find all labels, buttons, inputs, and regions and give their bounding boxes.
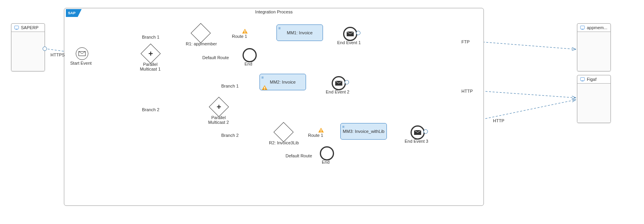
sap-logo-icon: SAP — [66, 9, 82, 17]
end-event-2[interactable] — [332, 76, 346, 90]
participant-header: SAPERP — [11, 24, 45, 32]
message-icon — [335, 81, 342, 86]
system-icon — [580, 25, 585, 30]
task-mm1-invoice[interactable]: ≡ MM1: Invoice — [276, 24, 323, 41]
edge-label-branch1: Branch 1 — [142, 35, 159, 39]
task-label: MM3: Invoice_withLib — [343, 129, 385, 134]
edge-label-http: HTTP — [493, 118, 504, 123]
end-event-r1-default[interactable] — [243, 48, 257, 62]
end-event-label: End Event 3 — [405, 139, 428, 144]
edge-label-route1: Route 1 — [232, 34, 247, 39]
task-label: MM2: Invoice — [270, 80, 295, 84]
warning-icon — [242, 29, 248, 34]
edge-label-branch2: Branch 2 — [221, 133, 239, 138]
start-event[interactable] — [76, 47, 88, 60]
task-handle-icon: ≡ — [278, 26, 281, 30]
system-icon — [14, 25, 19, 30]
end-event-1[interactable] — [343, 27, 357, 41]
svg-rect-7 — [581, 78, 585, 81]
edge-label-route1: Route 1 — [308, 133, 323, 138]
svg-rect-6 — [581, 29, 583, 30]
gateway-label: R2: Invoice3Lib — [269, 140, 299, 145]
svg-rect-17 — [245, 32, 245, 33]
task-mm3-invoice-withlib[interactable]: ≡ MM3: Invoice_withLib — [340, 123, 387, 140]
end-event-label: End Event 2 — [326, 90, 349, 94]
participant-header: Figaf — [577, 75, 610, 84]
message-icon — [78, 51, 86, 56]
edge-label-default: Default Route — [286, 153, 312, 158]
message-icon — [414, 130, 421, 135]
edge-label-branch2: Branch 2 — [142, 107, 159, 112]
edge-label-branch1: Branch 1 — [221, 84, 239, 88]
port — [424, 129, 428, 134]
edge-label-default: Default Route — [202, 55, 229, 60]
gateway-label: Parallel Multicast 1 — [134, 62, 166, 71]
end-label: End — [322, 160, 330, 164]
svg-rect-18 — [321, 129, 321, 131]
task-handle-icon: ≡ — [342, 125, 345, 129]
warning-icon — [262, 85, 267, 90]
message-icon — [347, 32, 354, 36]
task-handle-icon: ≡ — [261, 75, 264, 80]
svg-rect-16 — [245, 30, 245, 32]
port — [43, 47, 47, 51]
port — [356, 31, 360, 35]
svg-rect-4 — [15, 29, 17, 30]
pool-title: Integration Process — [64, 9, 483, 14]
pool-integration-process[interactable]: Integration Process SAP — [64, 8, 484, 206]
svg-rect-13 — [264, 89, 265, 90]
task-label: MM1: Invoice — [287, 30, 312, 35]
end-event-r2-default[interactable] — [320, 146, 334, 161]
warning-icon — [318, 128, 324, 133]
svg-rect-19 — [321, 131, 321, 132]
participant-header: appmem... — [577, 24, 610, 32]
end-label: End — [245, 62, 252, 66]
end-event-label: End Event 1 — [337, 40, 361, 45]
svg-text:SAP: SAP — [68, 11, 75, 15]
participant-label: appmem... — [587, 25, 607, 30]
gateway-label: Parallel Multicast 2 — [203, 115, 234, 125]
start-event-label: Start Event — [70, 61, 91, 65]
edge-label-https: HTTPS — [50, 52, 65, 57]
gateway-label: R1: appmember — [186, 41, 217, 46]
participant-label: SAPERP — [21, 25, 39, 30]
svg-rect-8 — [581, 81, 583, 81]
svg-rect-5 — [581, 26, 585, 29]
edge-label-ftp: FTP — [461, 39, 470, 44]
system-icon — [580, 77, 585, 82]
participant-saperp[interactable]: SAPERP — [11, 23, 45, 71]
edge-label-http: HTTP — [461, 89, 473, 93]
port — [345, 80, 349, 84]
participant-label: Figaf — [587, 77, 596, 82]
svg-rect-3 — [15, 26, 19, 29]
svg-rect-12 — [264, 87, 265, 88]
participant-appmem[interactable]: appmem... — [577, 23, 611, 71]
end-event-3[interactable] — [411, 125, 425, 140]
participant-figaf[interactable]: Figaf — [577, 75, 611, 123]
